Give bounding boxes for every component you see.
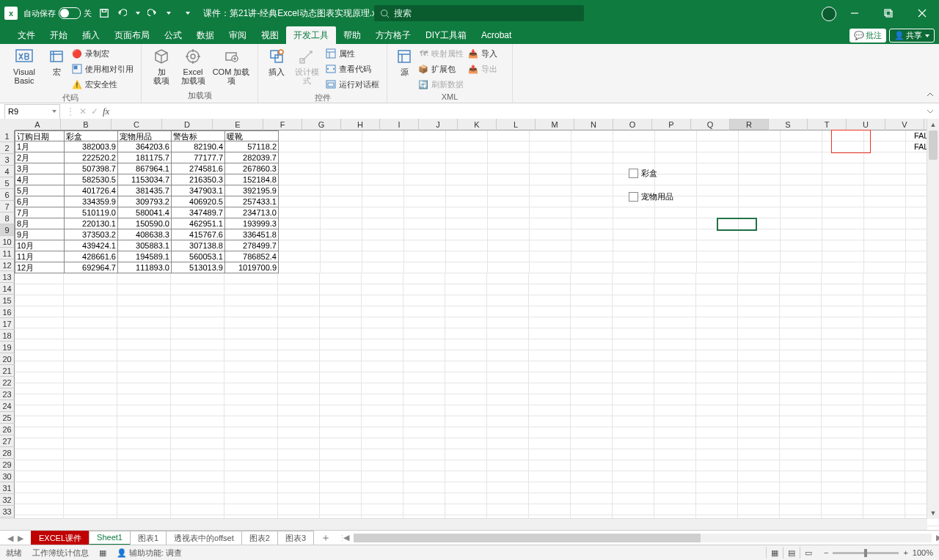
cell-O33[interactable] [654, 482, 696, 493]
cell-L26[interactable] [529, 405, 571, 416]
cell-A14[interactable] [15, 273, 64, 284]
tab-文件[interactable]: 文件 [10, 26, 43, 44]
cell-R20[interactable] [780, 339, 822, 350]
cell-D29[interactable] [171, 438, 224, 449]
cell-K21[interactable] [487, 350, 529, 361]
cell-L12[interactable] [530, 251, 571, 262]
sheet-tab-图表2[interactable]: 图表2 [241, 531, 278, 545]
cell-P14[interactable] [696, 273, 738, 284]
cell-B18[interactable] [64, 317, 117, 328]
row-header-26[interactable]: 26 [0, 424, 15, 435]
cell-B32[interactable] [64, 471, 117, 482]
cell-P7[interactable] [697, 196, 739, 207]
cell-A12[interactable]: 11月 [15, 251, 65, 262]
row-header-12[interactable]: 12 [0, 259, 15, 271]
cell-M29[interactable] [571, 438, 613, 449]
cell-O18[interactable] [654, 317, 696, 328]
cell-J33[interactable] [445, 482, 487, 493]
cell-S33[interactable] [822, 482, 863, 493]
cell-I26[interactable] [403, 405, 445, 416]
cell-F24[interactable] [278, 383, 320, 394]
cell-S14[interactable] [822, 273, 863, 284]
row-header-24[interactable]: 24 [0, 400, 15, 412]
horizontal-scrollbar[interactable]: ◀ ▶ [354, 534, 932, 542]
cell-D35[interactable] [171, 504, 224, 515]
col-header-V[interactable]: V [885, 119, 924, 130]
cell-L13[interactable] [530, 262, 571, 273]
cell-T18[interactable] [863, 317, 905, 328]
cell-B10[interactable]: 373503.2 [65, 229, 118, 240]
cell-G6[interactable] [321, 185, 362, 196]
cell-E30[interactable] [224, 449, 278, 460]
cell-G27[interactable] [320, 416, 362, 427]
row-header-18[interactable]: 18 [0, 330, 15, 342]
cell-N12[interactable] [613, 251, 655, 262]
cell-I32[interactable] [403, 471, 445, 482]
maximize-button[interactable] [872, 0, 905, 26]
cell-D9[interactable]: 462951.1 [172, 218, 225, 229]
name-box[interactable]: R9 [4, 104, 60, 119]
cell-H10[interactable] [362, 229, 404, 240]
cell-A2[interactable]: 1月 [15, 141, 65, 152]
cell-E28[interactable] [224, 427, 278, 438]
zoom-in-icon[interactable]: + [903, 548, 907, 557]
row-header-1[interactable]: 1 [0, 130, 15, 142]
cell-H24[interactable] [362, 383, 403, 394]
cell-J21[interactable] [445, 350, 487, 361]
cell-C9[interactable]: 150590.0 [118, 218, 172, 229]
cell-C19[interactable] [117, 328, 171, 339]
cell-H35[interactable] [362, 504, 403, 515]
cell-S24[interactable] [822, 383, 863, 394]
row-header-21[interactable]: 21 [0, 365, 15, 377]
select-all-triangle[interactable] [0, 119, 15, 131]
cell-L19[interactable] [529, 328, 571, 339]
cell-B12[interactable]: 428661.6 [65, 251, 118, 262]
cell-K8[interactable] [488, 207, 530, 218]
cell-C5[interactable]: 1153034.7 [118, 174, 172, 185]
cell-H28[interactable] [362, 427, 403, 438]
cell-F6[interactable] [279, 185, 321, 196]
cell-O28[interactable] [654, 427, 696, 438]
cell-K23[interactable] [487, 372, 529, 383]
cell-M21[interactable] [571, 350, 613, 361]
cell-H25[interactable] [362, 394, 403, 405]
cell-K35[interactable] [487, 504, 529, 515]
cell-S30[interactable] [822, 449, 863, 460]
cell-R10[interactable] [781, 229, 822, 240]
cell-K15[interactable] [487, 284, 529, 295]
page-layout-button[interactable]: ▤ [783, 547, 800, 559]
cell-O20[interactable] [654, 339, 696, 350]
zoom-out-icon[interactable]: − [824, 548, 828, 557]
cell-K20[interactable] [487, 339, 529, 350]
cell-H12[interactable] [362, 251, 404, 262]
cell-I12[interactable] [404, 251, 446, 262]
col-header-K[interactable]: K [458, 119, 497, 130]
cell-S2[interactable] [822, 141, 864, 152]
cell-A25[interactable] [15, 394, 64, 405]
cell-D20[interactable] [171, 339, 224, 350]
cell-G23[interactable] [320, 372, 362, 383]
cell-M22[interactable] [571, 361, 613, 372]
row-header-22[interactable]: 22 [0, 377, 15, 388]
cell-E3[interactable]: 282039.7 [225, 152, 279, 163]
cell-N13[interactable] [613, 262, 655, 273]
col-header-D[interactable]: D [162, 119, 213, 130]
cell-K5[interactable] [488, 174, 530, 185]
cell-M5[interactable] [571, 174, 613, 185]
cell-K32[interactable] [487, 471, 529, 482]
cell-P6[interactable] [697, 185, 739, 196]
sheet-tab-Sheet1[interactable]: Sheet1 [89, 531, 131, 545]
cell-S6[interactable] [822, 185, 864, 196]
cell-C24[interactable] [117, 383, 171, 394]
cell-P3[interactable] [697, 152, 739, 163]
cell-O2[interactable] [655, 141, 697, 152]
cell-B28[interactable] [64, 427, 117, 438]
cell-R35[interactable] [780, 504, 822, 515]
cell-P17[interactable] [696, 306, 738, 317]
cell-M34[interactable] [571, 493, 613, 504]
cell-P10[interactable] [697, 229, 739, 240]
row-header-20[interactable]: 20 [0, 353, 15, 365]
cell-A30[interactable] [15, 449, 64, 460]
cell-H11[interactable] [362, 240, 404, 251]
cell-S12[interactable] [822, 251, 864, 262]
